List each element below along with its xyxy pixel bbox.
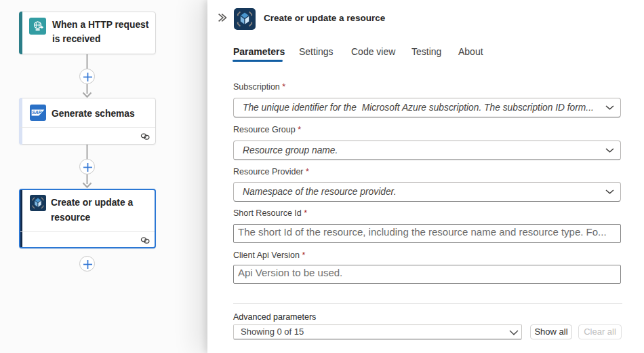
svg-text:SAP: SAP — [32, 109, 41, 115]
